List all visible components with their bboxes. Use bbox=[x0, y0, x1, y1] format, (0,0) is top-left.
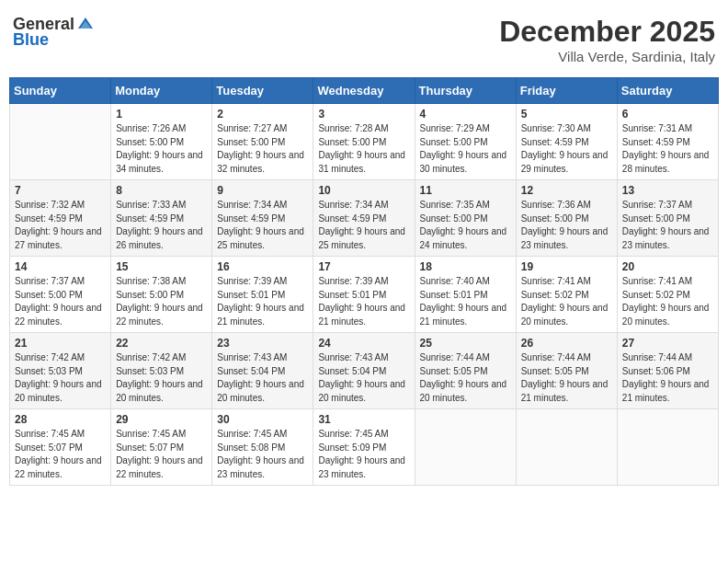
day-number: 28 bbox=[15, 413, 106, 426]
day-info: Sunrise: 7:33 AMSunset: 4:59 PMDaylight:… bbox=[116, 199, 207, 252]
calendar-cell: 21Sunrise: 7:42 AMSunset: 5:03 PMDayligh… bbox=[10, 333, 111, 409]
day-number: 2 bbox=[217, 108, 308, 121]
day-number: 24 bbox=[318, 337, 409, 350]
day-info: Sunrise: 7:41 AMSunset: 5:02 PMDaylight:… bbox=[521, 275, 612, 328]
calendar-cell: 22Sunrise: 7:42 AMSunset: 5:03 PMDayligh… bbox=[111, 333, 212, 409]
day-number: 14 bbox=[15, 260, 106, 273]
day-number: 25 bbox=[420, 337, 511, 350]
day-info: Sunrise: 7:40 AMSunset: 5:01 PMDaylight:… bbox=[420, 275, 511, 328]
calendar-cell bbox=[10, 104, 111, 180]
day-info: Sunrise: 7:44 AMSunset: 5:05 PMDaylight:… bbox=[521, 351, 612, 405]
day-info: Sunrise: 7:32 AMSunset: 4:59 PMDaylight:… bbox=[15, 199, 106, 252]
calendar-cell: 10Sunrise: 7:34 AMSunset: 4:59 PMDayligh… bbox=[313, 180, 415, 257]
logo: General Blue bbox=[13, 15, 95, 50]
day-number: 12 bbox=[521, 184, 612, 197]
calendar-cell: 2Sunrise: 7:27 AMSunset: 5:00 PMDaylight… bbox=[212, 104, 313, 180]
calendar-cell: 23Sunrise: 7:43 AMSunset: 5:04 PMDayligh… bbox=[212, 333, 313, 409]
day-number: 23 bbox=[217, 337, 308, 350]
calendar-cell: 27Sunrise: 7:44 AMSunset: 5:06 PMDayligh… bbox=[617, 333, 718, 409]
month-title: December 2025 bbox=[499, 15, 715, 49]
calendar-cell: 15Sunrise: 7:38 AMSunset: 5:00 PMDayligh… bbox=[111, 257, 212, 333]
calendar-cell: 17Sunrise: 7:39 AMSunset: 5:01 PMDayligh… bbox=[313, 257, 415, 333]
day-number: 26 bbox=[521, 337, 612, 350]
day-info: Sunrise: 7:35 AMSunset: 5:00 PMDaylight:… bbox=[420, 199, 511, 252]
calendar-cell: 13Sunrise: 7:37 AMSunset: 5:00 PMDayligh… bbox=[617, 180, 718, 257]
day-number: 8 bbox=[116, 184, 207, 197]
calendar-cell bbox=[617, 409, 718, 486]
day-number: 18 bbox=[420, 260, 511, 273]
day-number: 4 bbox=[420, 108, 511, 121]
calendar-cell: 28Sunrise: 7:45 AMSunset: 5:07 PMDayligh… bbox=[10, 409, 111, 486]
day-info: Sunrise: 7:38 AMSunset: 5:00 PMDaylight:… bbox=[116, 275, 207, 328]
calendar-cell: 19Sunrise: 7:41 AMSunset: 5:02 PMDayligh… bbox=[516, 257, 617, 333]
day-info: Sunrise: 7:45 AMSunset: 5:08 PMDaylight:… bbox=[217, 428, 308, 481]
header-day-saturday: Saturday bbox=[617, 78, 718, 104]
calendar-cell bbox=[415, 409, 516, 486]
calendar-cell: 20Sunrise: 7:41 AMSunset: 5:02 PMDayligh… bbox=[617, 257, 718, 333]
day-info: Sunrise: 7:26 AMSunset: 5:00 PMDaylight:… bbox=[116, 122, 207, 176]
week-row-4: 21Sunrise: 7:42 AMSunset: 5:03 PMDayligh… bbox=[10, 333, 719, 409]
calendar-cell: 11Sunrise: 7:35 AMSunset: 5:00 PMDayligh… bbox=[415, 180, 516, 257]
day-number: 9 bbox=[217, 184, 308, 197]
day-number: 22 bbox=[116, 337, 207, 350]
header-row: SundayMondayTuesdayWednesdayThursdayFrid… bbox=[10, 78, 719, 104]
day-info: Sunrise: 7:36 AMSunset: 5:00 PMDaylight:… bbox=[521, 199, 612, 252]
day-info: Sunrise: 7:28 AMSunset: 5:00 PMDaylight:… bbox=[318, 122, 409, 176]
day-info: Sunrise: 7:44 AMSunset: 5:06 PMDaylight:… bbox=[622, 351, 713, 405]
day-number: 19 bbox=[521, 260, 612, 273]
header-day-tuesday: Tuesday bbox=[212, 78, 313, 104]
calendar-cell: 26Sunrise: 7:44 AMSunset: 5:05 PMDayligh… bbox=[516, 333, 617, 409]
day-info: Sunrise: 7:34 AMSunset: 4:59 PMDaylight:… bbox=[318, 199, 409, 252]
header-day-sunday: Sunday bbox=[10, 78, 111, 104]
day-info: Sunrise: 7:37 AMSunset: 5:00 PMDaylight:… bbox=[15, 275, 106, 328]
logo-icon bbox=[76, 16, 95, 34]
page-header: General Blue December 2025 Villa Verde, … bbox=[9, 9, 719, 70]
day-info: Sunrise: 7:45 AMSunset: 5:07 PMDaylight:… bbox=[15, 428, 106, 481]
day-info: Sunrise: 7:31 AMSunset: 4:59 PMDaylight:… bbox=[622, 122, 713, 176]
header-day-wednesday: Wednesday bbox=[313, 78, 415, 104]
calendar-cell: 18Sunrise: 7:40 AMSunset: 5:01 PMDayligh… bbox=[415, 257, 516, 333]
logo-blue-text: Blue bbox=[13, 30, 49, 50]
day-number: 20 bbox=[622, 260, 713, 273]
day-number: 10 bbox=[318, 184, 409, 197]
calendar-cell: 8Sunrise: 7:33 AMSunset: 4:59 PMDaylight… bbox=[111, 180, 212, 257]
day-number: 31 bbox=[318, 413, 409, 426]
calendar-cell: 31Sunrise: 7:45 AMSunset: 5:09 PMDayligh… bbox=[313, 409, 415, 486]
day-number: 21 bbox=[15, 337, 106, 350]
day-info: Sunrise: 7:29 AMSunset: 5:00 PMDaylight:… bbox=[420, 122, 511, 176]
day-info: Sunrise: 7:34 AMSunset: 4:59 PMDaylight:… bbox=[217, 199, 308, 252]
day-number: 30 bbox=[217, 413, 308, 426]
day-number: 15 bbox=[116, 260, 207, 273]
day-number: 3 bbox=[318, 108, 409, 121]
calendar-cell bbox=[516, 409, 617, 486]
day-number: 7 bbox=[15, 184, 106, 197]
calendar-cell: 30Sunrise: 7:45 AMSunset: 5:08 PMDayligh… bbox=[212, 409, 313, 486]
calendar-cell: 25Sunrise: 7:44 AMSunset: 5:05 PMDayligh… bbox=[415, 333, 516, 409]
day-info: Sunrise: 7:39 AMSunset: 5:01 PMDaylight:… bbox=[217, 275, 308, 328]
day-info: Sunrise: 7:39 AMSunset: 5:01 PMDaylight:… bbox=[318, 275, 409, 328]
day-number: 27 bbox=[622, 337, 713, 350]
day-info: Sunrise: 7:41 AMSunset: 5:02 PMDaylight:… bbox=[622, 275, 713, 328]
day-info: Sunrise: 7:37 AMSunset: 5:00 PMDaylight:… bbox=[622, 199, 713, 252]
calendar-cell: 6Sunrise: 7:31 AMSunset: 4:59 PMDaylight… bbox=[617, 104, 718, 180]
day-number: 29 bbox=[116, 413, 207, 426]
day-info: Sunrise: 7:44 AMSunset: 5:05 PMDaylight:… bbox=[420, 351, 511, 405]
day-info: Sunrise: 7:30 AMSunset: 4:59 PMDaylight:… bbox=[521, 122, 612, 176]
day-info: Sunrise: 7:27 AMSunset: 5:00 PMDaylight:… bbox=[217, 122, 308, 176]
calendar-table: SundayMondayTuesdayWednesdayThursdayFrid… bbox=[9, 77, 719, 486]
day-number: 11 bbox=[420, 184, 511, 197]
calendar-cell: 9Sunrise: 7:34 AMSunset: 4:59 PMDaylight… bbox=[212, 180, 313, 257]
calendar-cell: 16Sunrise: 7:39 AMSunset: 5:01 PMDayligh… bbox=[212, 257, 313, 333]
calendar-cell: 4Sunrise: 7:29 AMSunset: 5:00 PMDaylight… bbox=[415, 104, 516, 180]
header-day-friday: Friday bbox=[516, 78, 617, 104]
day-number: 17 bbox=[318, 260, 409, 273]
calendar-cell: 3Sunrise: 7:28 AMSunset: 5:00 PMDaylight… bbox=[313, 104, 415, 180]
calendar-cell: 29Sunrise: 7:45 AMSunset: 5:07 PMDayligh… bbox=[111, 409, 212, 486]
calendar-cell: 1Sunrise: 7:26 AMSunset: 5:00 PMDaylight… bbox=[111, 104, 212, 180]
title-section: December 2025 Villa Verde, Sardinia, Ita… bbox=[499, 15, 715, 64]
day-info: Sunrise: 7:42 AMSunset: 5:03 PMDaylight:… bbox=[116, 351, 207, 405]
day-info: Sunrise: 7:45 AMSunset: 5:09 PMDaylight:… bbox=[318, 428, 409, 481]
day-info: Sunrise: 7:43 AMSunset: 5:04 PMDaylight:… bbox=[217, 351, 308, 405]
header-day-monday: Monday bbox=[111, 78, 212, 104]
day-info: Sunrise: 7:45 AMSunset: 5:07 PMDaylight:… bbox=[116, 428, 207, 481]
